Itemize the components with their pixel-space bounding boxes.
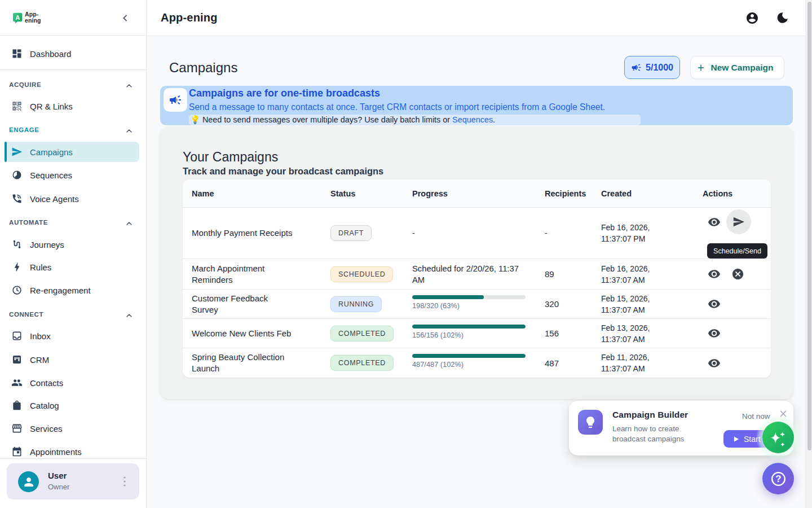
svg-text:?: ? [775,474,781,484]
svg-text:A: A [15,14,20,21]
